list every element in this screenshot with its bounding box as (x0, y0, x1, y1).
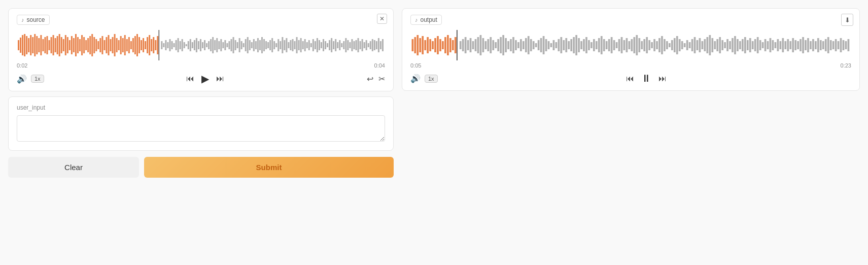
svg-rect-320 (767, 41, 769, 49)
svg-rect-332 (797, 41, 799, 49)
svg-rect-325 (779, 41, 781, 49)
svg-rect-286 (681, 41, 683, 49)
source-undo-button[interactable]: ↩ (367, 74, 373, 84)
source-skip-forward-button[interactable]: ⏭ (216, 74, 224, 83)
svg-rect-181 (416, 35, 419, 55)
svg-rect-348 (838, 41, 840, 49)
svg-rect-86 (194, 40, 195, 50)
input-label: user_input (17, 104, 385, 111)
output-skip-forward-button[interactable]: ⏭ (658, 74, 667, 83)
play-icon: ▶ (201, 73, 209, 85)
svg-rect-46 (112, 37, 114, 53)
close-button[interactable]: ✕ (377, 14, 387, 24)
submit-button[interactable]: Submit (144, 157, 394, 178)
svg-rect-313 (749, 38, 751, 52)
output-speed-badge[interactable]: 1x (425, 75, 438, 83)
svg-rect-38 (95, 39, 97, 51)
svg-rect-259 (613, 40, 615, 50)
skip-back-icon: ⏮ (186, 74, 194, 83)
svg-rect-324 (777, 39, 779, 51)
source-speed-badge[interactable]: 1x (31, 75, 44, 83)
svg-rect-199 (462, 39, 464, 51)
svg-rect-98 (218, 41, 220, 49)
svg-rect-226 (530, 39, 532, 51)
svg-rect-219 (512, 37, 514, 53)
source-waveform[interactable] (17, 30, 385, 60)
source-center-controls: ⏮ ▶ ⏭ (48, 73, 363, 85)
svg-rect-330 (792, 38, 794, 52)
svg-rect-290 (691, 39, 693, 51)
svg-rect-269 (638, 38, 640, 52)
svg-rect-235 (553, 40, 555, 50)
svg-rect-266 (631, 39, 633, 51)
svg-rect-328 (787, 39, 789, 51)
svg-rect-258 (611, 37, 613, 53)
clear-button[interactable]: Clear (8, 157, 139, 178)
svg-rect-72 (165, 40, 166, 50)
svg-rect-47 (114, 34, 116, 56)
svg-rect-41 (101, 36, 103, 54)
svg-rect-120 (263, 39, 265, 51)
source-tab[interactable]: ♪ source (17, 15, 50, 25)
svg-rect-67 (155, 40, 156, 50)
svg-rect-135 (294, 41, 296, 49)
svg-rect-31 (81, 35, 83, 55)
svg-rect-335 (805, 40, 807, 50)
svg-rect-107 (237, 42, 238, 48)
svg-rect-232 (545, 39, 547, 51)
user-input-textarea[interactable] (17, 115, 385, 142)
svg-rect-293 (699, 38, 701, 52)
source-skip-back-button[interactable]: ⏮ (186, 74, 194, 83)
svg-rect-214 (500, 37, 502, 53)
svg-rect-263 (623, 40, 626, 50)
svg-rect-91 (204, 40, 205, 50)
svg-rect-82 (186, 44, 187, 46)
svg-rect-104 (230, 39, 232, 51)
output-pause-button[interactable]: ⏸ (641, 73, 651, 84)
output-audio-card: ♪ output ⬇ (402, 8, 860, 91)
svg-rect-128 (280, 41, 281, 49)
svg-rect-11 (40, 35, 42, 55)
output-waveform[interactable] (410, 30, 851, 60)
svg-rect-302 (721, 40, 723, 50)
svg-rect-174 (374, 40, 375, 50)
svg-rect-168 (362, 39, 363, 51)
output-speed-label: 1x (428, 76, 434, 82)
svg-rect-178 (382, 39, 384, 51)
svg-rect-319 (765, 39, 767, 51)
output-time-start: 0:05 (410, 62, 421, 69)
svg-rect-160 (345, 38, 346, 52)
svg-rect-71 (163, 43, 164, 47)
svg-rect-119 (261, 37, 263, 53)
svg-rect-279 (664, 39, 666, 51)
svg-rect-142 (308, 40, 310, 50)
svg-rect-25 (69, 40, 71, 50)
svg-rect-187 (432, 41, 434, 49)
source-play-button[interactable]: ▶ (201, 73, 209, 85)
svg-rect-274 (651, 42, 653, 48)
svg-rect-225 (528, 36, 530, 54)
source-volume-button[interactable]: 🔊 (17, 74, 27, 84)
svg-rect-176 (378, 38, 379, 52)
svg-rect-260 (616, 42, 618, 48)
svg-rect-32 (83, 37, 85, 53)
svg-rect-331 (794, 40, 796, 50)
download-button[interactable]: ⬇ (841, 14, 853, 26)
svg-rect-342 (822, 41, 824, 49)
svg-rect-318 (762, 42, 764, 48)
svg-rect-218 (510, 39, 512, 51)
svg-rect-194 (449, 38, 452, 52)
svg-rect-217 (507, 41, 509, 49)
svg-rect-154 (333, 41, 334, 49)
source-scissors-button[interactable]: ✂ (378, 74, 385, 84)
left-panel: ♪ source ✕ (8, 8, 394, 178)
svg-rect-20 (59, 34, 60, 56)
output-skip-back-button[interactable]: ⏮ (626, 74, 634, 83)
output-tab[interactable]: ♪ output (410, 15, 442, 25)
output-volume-button[interactable]: 🔊 (410, 74, 421, 83)
svg-rect-238 (560, 37, 562, 53)
svg-rect-190 (439, 39, 441, 51)
svg-rect-133 (290, 40, 291, 50)
svg-rect-29 (77, 37, 79, 53)
svg-rect-124 (271, 38, 273, 52)
